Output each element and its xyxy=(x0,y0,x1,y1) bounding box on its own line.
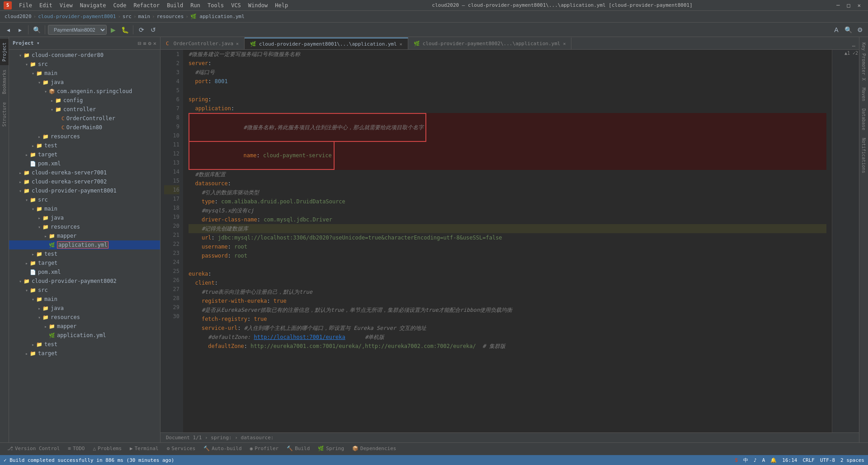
find-btn[interactable]: 🔍 xyxy=(843,24,854,35)
tree-item-ordermain[interactable]: C OrderMain80 xyxy=(9,123,160,132)
bookmarks-tab[interactable]: Bookmarks xyxy=(0,66,9,98)
tree-item-order80[interactable]: ▾ 📁 cloud-consumer-order80 xyxy=(9,51,160,60)
code-area[interactable]: #微服务建议一定要写服务端口号和微服务名称 server: #端口号 port:… xyxy=(183,50,832,432)
project-tab[interactable]: Project xyxy=(0,39,9,65)
debug-btn[interactable]: 🐛 xyxy=(119,24,130,35)
tree-item-orderctrl[interactable]: C OrderController xyxy=(9,114,160,123)
tree-item-eureka7002[interactable]: ▸ 📁 cloud-eureka-server7002 xyxy=(9,177,160,186)
menu-code[interactable]: Code xyxy=(110,0,130,10)
tree-item-target1[interactable]: ▸ 📁 target xyxy=(9,150,160,159)
menu-tools[interactable]: Tools xyxy=(204,0,227,10)
menu-run[interactable]: Run xyxy=(187,0,204,10)
tree-item-java8002[interactable]: ▸ 📁 java xyxy=(9,304,160,313)
menu-file[interactable]: File xyxy=(15,0,36,10)
tree-item-src8001[interactable]: ▾ 📁 src xyxy=(9,195,160,204)
menu-view[interactable]: View xyxy=(56,0,76,10)
tab-close-icon[interactable]: ✕ xyxy=(563,41,566,46)
run-btn[interactable]: ▶ xyxy=(108,24,118,35)
tab-close-icon[interactable]: ✕ xyxy=(400,42,402,47)
collapse-all-icon[interactable]: ⊟ xyxy=(138,40,141,47)
menu-navigate[interactable]: Navigate xyxy=(76,0,110,10)
tree-item-test8001[interactable]: ▸ 📁 test xyxy=(9,249,160,258)
tree-item-pkg[interactable]: ▾ 📦 com.angenin.springcloud xyxy=(9,87,160,96)
bottom-tab-version-control[interactable]: ⎇ Version Control xyxy=(4,443,63,455)
code-line-13: type: com.alibaba.druid.pool.DruidDataSo… xyxy=(189,197,826,206)
back-btn[interactable]: ◂ xyxy=(3,24,14,35)
spring-label: Spring xyxy=(326,446,344,451)
tree-item-target8001[interactable]: ▸ 📁 target xyxy=(9,258,160,268)
run-config-dropdown[interactable]: PaymentMain8002 xyxy=(48,25,107,35)
bottom-tab-services[interactable]: ⚙ Services xyxy=(163,443,199,455)
tree-item-yml8001[interactable]: 🌿 application.yml xyxy=(9,240,160,249)
breadcrumb-module[interactable]: cloud-provider-payment8001 xyxy=(38,14,116,19)
status-encoding[interactable]: UTF-8 xyxy=(820,457,835,463)
more-tabs-btn[interactable]: ⋯ xyxy=(849,43,859,49)
close-panel-icon[interactable]: ✕ xyxy=(153,40,156,47)
breadcrumb-file[interactable]: 🌿 application.yml xyxy=(190,14,245,19)
menu-edit[interactable]: Edit xyxy=(36,0,56,10)
bottom-tab-spring[interactable]: 🌿 Spring xyxy=(314,443,348,455)
bottom-tab-terminal[interactable]: ▶ Terminal xyxy=(126,443,162,455)
breadcrumb-cloud2020[interactable]: cloud2020 xyxy=(5,14,32,19)
tree-item-src1[interactable]: ▾ 📁 src xyxy=(9,60,160,69)
tree-item-payment8002[interactable]: ▾ 📁 cloud-provider-payment8002 xyxy=(9,277,160,286)
tree-item-mapper8001[interactable]: ▸ 📁 mapper xyxy=(9,231,160,240)
breadcrumb-main[interactable]: main xyxy=(138,14,151,19)
tab-yml8002[interactable]: 🌿 cloud-provider-payment8002\...\applica… xyxy=(408,38,572,49)
tree-item-pom1[interactable]: 📄 pom.xml xyxy=(9,159,160,168)
tab-ordercontroller[interactable]: C OrderController.java ✕ xyxy=(160,38,245,49)
tree-item-resources1[interactable]: ▸ 📁 resources xyxy=(9,132,160,141)
settings-icon[interactable]: ⚙ xyxy=(148,40,151,47)
forward-btn[interactable]: ▸ xyxy=(14,24,25,35)
database-tab[interactable]: Database xyxy=(859,105,868,134)
bottom-tab-profiler[interactable]: ◉ Profiler xyxy=(246,443,283,455)
maximize-btn[interactable]: □ xyxy=(844,0,854,10)
structure-tab[interactable]: Structure xyxy=(0,99,9,130)
tree-item-main1[interactable]: ▾ 📁 main xyxy=(9,69,160,78)
refresh-btn[interactable]: ↺ xyxy=(148,24,159,35)
menu-help[interactable]: Help xyxy=(271,0,292,10)
tab-yml8001[interactable]: 🌿 cloud-provider-payment8001\...\applica… xyxy=(245,38,408,49)
gear-icon[interactable]: ≡ xyxy=(143,40,146,47)
tree-item-target8002[interactable]: ▸ 📁 target xyxy=(9,349,160,358)
tree-item-test1[interactable]: ▸ 📁 test xyxy=(9,141,160,150)
minimize-btn[interactable]: ─ xyxy=(833,0,843,10)
bottom-tab-autobuild[interactable]: 🔨 Auto-build xyxy=(200,443,245,455)
bottom-tab-build[interactable]: 🔨 Build xyxy=(283,443,313,455)
translate-btn[interactable]: A xyxy=(831,24,842,35)
tree-item-main8002[interactable]: ▾ 📁 main xyxy=(9,295,160,304)
tree-item-pom8001[interactable]: 📄 pom.xml xyxy=(9,268,160,277)
tree-item-resources8002[interactable]: ▾ 📁 resources xyxy=(9,313,160,322)
tree-item-test8002[interactable]: ▸ 📁 test xyxy=(9,340,160,349)
menu-refactor[interactable]: Refactor xyxy=(130,0,163,10)
tree-item-src8002[interactable]: ▾ 📁 src xyxy=(9,286,160,295)
tree-item-main8001[interactable]: ▾ 📁 main xyxy=(9,204,160,213)
search-everywhere-btn[interactable]: 🔍 xyxy=(31,24,42,35)
close-btn[interactable]: ✕ xyxy=(854,0,864,10)
tree-item-mapper8002[interactable]: ▸ 📁 mapper xyxy=(9,322,160,331)
tree-item-config[interactable]: ▸ 📁 config xyxy=(9,96,160,105)
status-crlf[interactable]: CRLF xyxy=(802,457,815,463)
menu-window[interactable]: Window xyxy=(245,0,271,10)
bottom-tab-todo[interactable]: ≡ TODO xyxy=(64,443,88,455)
menu-vcs[interactable]: VCS xyxy=(227,0,245,10)
tab-close-icon[interactable]: ✕ xyxy=(236,41,239,46)
tree-item-yml8002[interactable]: 🌿 application.yml xyxy=(9,331,160,340)
breadcrumb-resources[interactable]: resources xyxy=(157,14,184,19)
status-indent[interactable]: 2 spaces xyxy=(840,457,864,463)
sync-btn[interactable]: ⟳ xyxy=(136,24,147,35)
tree-item-payment8001[interactable]: ▾ 📁 cloud-provider-payment8001 xyxy=(9,186,160,195)
tree-item-java8001[interactable]: ▸ 📁 java xyxy=(9,213,160,222)
menu-build[interactable]: Build xyxy=(163,0,187,10)
maven-tab[interactable]: Maven xyxy=(859,84,868,105)
tree-item-java1[interactable]: ▾ 📁 java xyxy=(9,78,160,87)
settings-btn[interactable]: ⚙ xyxy=(854,24,865,35)
key-promoter-tab[interactable]: Key Promoter X xyxy=(859,39,868,84)
tree-item-eureka7001[interactable]: ▸ 📁 cloud-eureka-server7001 xyxy=(9,168,160,177)
bottom-tab-dependencies[interactable]: 📦 Dependencies xyxy=(349,443,400,455)
tree-item-controller[interactable]: ▾ 📁 controller xyxy=(9,105,160,114)
notifications-tab[interactable]: Notifications xyxy=(859,134,868,177)
bottom-tab-problems[interactable]: △ Problems xyxy=(89,443,125,455)
breadcrumb-src[interactable]: src xyxy=(123,14,132,19)
tree-item-resources8001[interactable]: ▾ 📁 resources xyxy=(9,222,160,231)
